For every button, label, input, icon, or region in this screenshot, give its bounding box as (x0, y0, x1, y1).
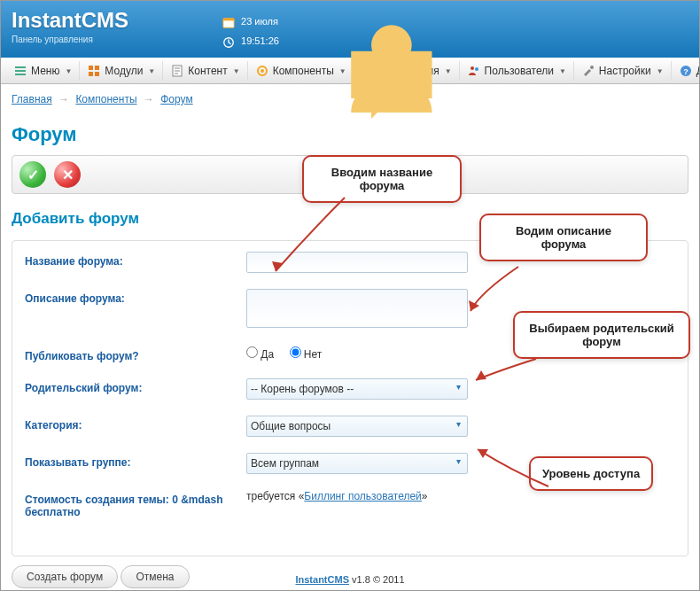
footer-version: v1.8 © 2011 (352, 574, 404, 585)
toolbar-users[interactable]: Пользователи▼ (460, 61, 574, 81)
crumb-components[interactable]: Компоненты (75, 93, 136, 105)
toolbar-modules[interactable]: Модули▼ (80, 61, 163, 81)
content-icon (170, 64, 184, 78)
label-publish: Публиковать форум? (25, 346, 246, 362)
select-category[interactable]: Общие вопросы (246, 416, 468, 437)
menu-icon (13, 64, 27, 78)
components-icon (255, 64, 269, 78)
svg-rect-1 (223, 19, 234, 21)
svg-rect-10 (95, 72, 99, 76)
cost-requires: требуется «Биллинг пользователей» (246, 490, 675, 502)
logo: InstantCMS Панель управления (12, 8, 128, 44)
header-datetime: 23 июля 19:51:26 (222, 12, 279, 51)
settings-icon (581, 64, 595, 78)
callout-parent: Выбираем родительский форум (513, 311, 690, 359)
svg-rect-5 (15, 70, 26, 72)
input-forum-title[interactable] (246, 252, 468, 273)
select-parent[interactable]: -- Корень форумов -- (246, 378, 468, 400)
label-parent: Родительский форум: (25, 378, 246, 394)
footer: InstantCMS v1.8 © 2011 (1, 574, 699, 585)
time-text: 19:51:26 (241, 35, 279, 46)
modules-icon (87, 64, 101, 78)
svg-rect-6 (15, 74, 26, 75)
clock-icon (222, 35, 235, 48)
label-group: Показывать группе: (25, 453, 246, 469)
radio-publish-yes[interactable]: Да (246, 348, 274, 361)
form: Название форума: Описание форума: Публик… (12, 240, 688, 556)
svg-text:?: ? (683, 67, 688, 76)
crumb-home[interactable]: Главная (12, 93, 52, 105)
crumb-forum[interactable]: Форум (160, 93, 192, 105)
radio-publish-no[interactable]: Нет (290, 348, 323, 361)
label-forum-desc: Описание форума: (25, 289, 246, 305)
brand-text: Instant (12, 8, 82, 32)
toolbar-docs[interactable]: ? Доку (672, 61, 700, 81)
header: InstantCMS Панель управления 23 июля 19:… (1, 1, 699, 58)
date-text: 23 июля (241, 16, 278, 27)
brand-suffix: CMS (82, 8, 128, 32)
svg-rect-8 (95, 66, 99, 70)
label-category: Категория: (25, 416, 246, 432)
svg-rect-7 (89, 66, 93, 70)
select-group[interactable]: Всем группам (246, 453, 468, 474)
brand-subtitle: Панель управления (12, 35, 128, 44)
footer-product-link[interactable]: InstantCMS (295, 574, 349, 585)
header-user: Вы — Администратор Нет новых сообщений (338, 12, 446, 51)
confirm-button[interactable] (19, 161, 46, 188)
svg-point-13 (261, 69, 264, 73)
callout-access: Уровень доступа (529, 456, 653, 491)
docs-icon: ? (679, 64, 693, 78)
page-title: Форум (12, 123, 688, 146)
svg-rect-4 (15, 66, 26, 68)
toolbar-menu[interactable]: Меню▼ (6, 61, 80, 81)
input-forum-desc[interactable] (246, 289, 468, 328)
calendar-icon (222, 16, 235, 28)
svg-point-15 (475, 67, 478, 71)
cancel-top-button[interactable] (54, 161, 81, 188)
svg-point-14 (471, 66, 474, 70)
callout-desc: Водим описание форума (479, 214, 648, 261)
users-icon (467, 64, 481, 78)
toolbar-content[interactable]: Контент▼ (163, 61, 247, 81)
label-cost: Стоимость создания темы: 0 &mdash беспла… (25, 490, 246, 518)
toolbar-settings[interactable]: Настройки▼ (574, 61, 672, 81)
svg-point-16 (590, 66, 594, 69)
svg-rect-9 (89, 72, 93, 76)
label-forum-title: Название форума: (25, 252, 246, 268)
callout-title: Вводим название форума (302, 155, 462, 203)
billing-link[interactable]: Биллинг пользователей (304, 490, 422, 502)
